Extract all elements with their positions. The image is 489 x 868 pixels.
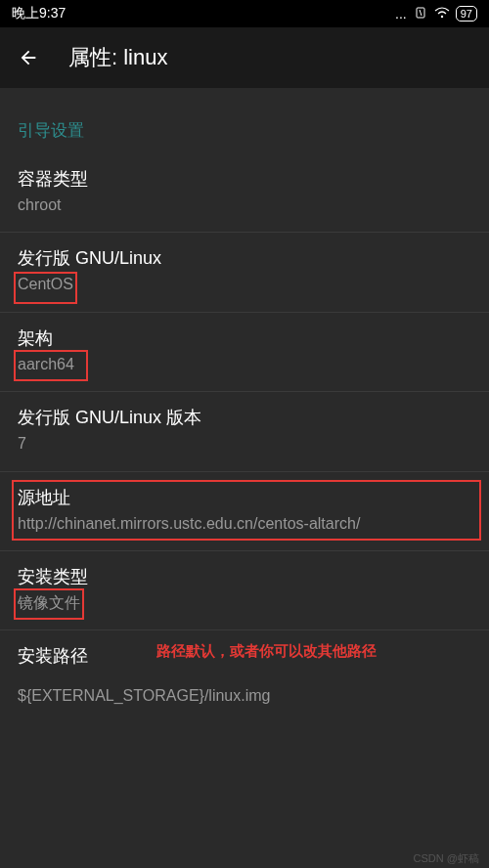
setting-container-type[interactable]: 容器类型 chroot	[0, 153, 489, 233]
vibrate-icon	[413, 6, 428, 22]
setting-value: chroot	[18, 195, 471, 216]
setting-value: http://chinanet.mirrors.ustc.edu.cn/cent…	[18, 513, 471, 535]
page-title: 属性: linux	[68, 43, 167, 72]
setting-distro[interactable]: 发行版 GNU/Linux CentOS	[0, 233, 489, 312]
setting-install-path[interactable]: 安装路径 路径默认，或者你可以改其他路径 ${EXTERNAL_STORAGE}…	[0, 630, 489, 722]
setting-value: CentOS	[18, 274, 471, 295]
wifi-icon	[434, 6, 450, 22]
annotation-path: 路径默认，或者你可以改其他路径	[156, 642, 377, 661]
svg-line-1	[420, 10, 422, 16]
setting-distro-version[interactable]: 发行版 GNU/Linux 版本 7	[0, 392, 489, 471]
section-header-boot: 引导设置	[0, 113, 489, 153]
battery-icon: 97	[456, 6, 477, 22]
setting-label: 容器类型	[18, 167, 471, 191]
setting-label: 安装类型	[18, 565, 471, 588]
setting-source-url[interactable]: 源地址 http://chinanet.mirrors.ustc.edu.cn/…	[0, 472, 489, 551]
setting-value: 7	[18, 433, 471, 455]
status-dots: ...	[395, 6, 407, 22]
setting-label: 源地址	[18, 486, 471, 509]
setting-label: 架构	[18, 326, 471, 350]
setting-value: aarch64	[18, 354, 471, 375]
back-arrow-icon[interactable]	[18, 47, 39, 68]
svg-point-2	[441, 16, 443, 18]
app-header: 属性: linux	[0, 27, 489, 88]
setting-arch[interactable]: 架构 aarch64	[0, 313, 489, 392]
setting-value: ${EXTERNAL_STORAGE}/linux.img	[18, 685, 471, 707]
highlight-aarch64: aarch64	[18, 354, 74, 375]
setting-label: 发行版 GNU/Linux 版本	[18, 406, 471, 429]
status-time: 晚上9:37	[12, 5, 66, 22]
highlight-imgfile: 镜像文件	[18, 592, 80, 614]
status-bar: 晚上9:37 ... 97	[0, 0, 489, 27]
setting-value: 镜像文件	[18, 592, 471, 614]
setting-install-type[interactable]: 安装类型 镜像文件	[0, 551, 489, 630]
settings-content: 引导设置 容器类型 chroot 发行版 GNU/Linux CentOS 架构…	[0, 88, 489, 723]
status-right: ... 97	[395, 6, 477, 22]
highlight-centos: CentOS	[18, 274, 73, 295]
setting-label: 发行版 GNU/Linux	[18, 246, 471, 270]
watermark: CSDN @虾稿	[414, 851, 479, 866]
